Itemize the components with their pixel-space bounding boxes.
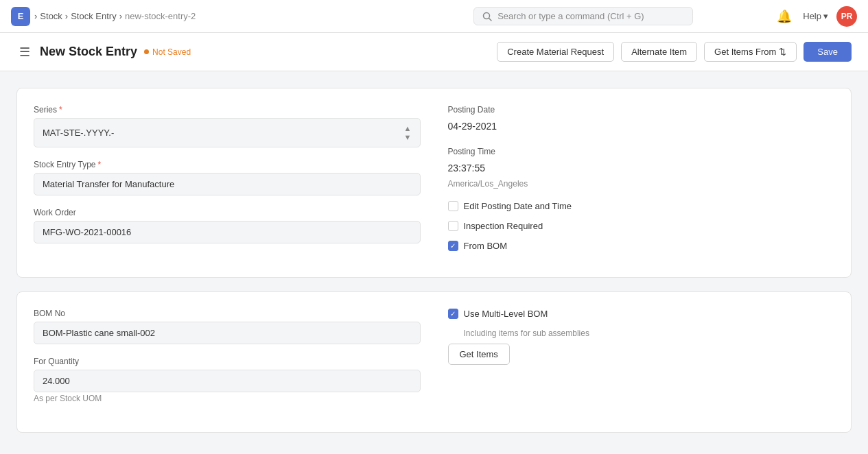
for-quantity-group: For Quantity 24.000 As per Stock UOM [34, 357, 421, 403]
series-required-star: * [59, 105, 62, 115]
breadcrumb-stock[interactable]: Stock [40, 11, 62, 21]
create-material-request-button[interactable]: Create Material Request [497, 42, 614, 62]
inspection-required-label: Inspection Required [464, 221, 543, 231]
form-right-col: Posting Date 04-29-2021 Posting Time 23:… [448, 105, 835, 261]
get-items-from-arrow-icon: ⇅ [779, 47, 786, 57]
work-order-group: Work Order MFG-WO-2021-00016 [34, 208, 421, 243]
inspection-required-checkbox[interactable] [448, 221, 458, 231]
help-label: Help [803, 11, 821, 21]
posting-time-group: Posting Time 23:37:55 America/Los_Angele… [448, 147, 835, 189]
navbar-right: 🔔 Help ▾ PR [774, 6, 857, 27]
navbar: E › Stock › Stock Entry › new-stock-entr… [0, 0, 868, 33]
breadcrumb-sep-1: › [65, 11, 68, 21]
bom-no-label: BOM No [34, 309, 421, 318]
app-icon[interactable]: E [11, 7, 30, 26]
breadcrumb-sep-2: › [119, 11, 122, 21]
get-items-button[interactable]: Get Items [448, 344, 510, 365]
stock-entry-type-label: Stock Entry Type * [34, 160, 421, 169]
bom-no-value: BOM-Plastic cane small-002 [43, 328, 155, 338]
from-bom-label: From BOM [464, 241, 508, 251]
stock-entry-type-required-star: * [98, 160, 102, 169]
get-items-from-label: Get Items From [714, 47, 776, 57]
series-arrows-icon: ▲▼ [404, 124, 412, 141]
search-placeholder: Search or type a command (Ctrl + G) [497, 11, 644, 21]
bom-no-input[interactable]: BOM-Plastic cane small-002 [34, 322, 421, 344]
stock-entry-type-group: Stock Entry Type * Material Transfer for… [34, 160, 421, 195]
for-quantity-hint: As per Stock UOM [34, 394, 421, 403]
breadcrumb-current: new-stock-entry-2 [125, 11, 196, 21]
breadcrumb-stock-entry[interactable]: Stock Entry [71, 11, 116, 21]
stock-entry-card: Series * MAT-STE-.YYYY.- ▲▼ Stock Entry … [16, 88, 852, 278]
form-grid-2: BOM No BOM-Plastic cane small-002 For Qu… [34, 309, 834, 416]
work-order-value: MFG-WO-2021-00016 [43, 227, 131, 237]
help-button[interactable]: Help ▾ [803, 11, 828, 21]
navbar-center: Search or type a command (Ctrl + G) [392, 7, 774, 25]
posting-time-value[interactable]: 23:37:55 [448, 160, 835, 176]
inspection-required-checkbox-group: Inspection Required [448, 221, 835, 231]
bom-no-group: BOM No BOM-Plastic cane small-002 [34, 309, 421, 344]
series-label: Series * [34, 105, 421, 115]
timezone-text: America/Los_Angeles [448, 179, 835, 189]
avatar[interactable]: PR [836, 6, 857, 27]
edit-posting-date-label: Edit Posting Date and Time [464, 201, 572, 211]
form-grid-1: Series * MAT-STE-.YYYY.- ▲▼ Stock Entry … [34, 105, 834, 261]
posting-date-group: Posting Date 04-29-2021 [448, 105, 835, 134]
sub-assemblies-hint: Including items for sub assemblies [464, 328, 835, 338]
from-bom-checkbox[interactable] [448, 241, 458, 251]
series-value: MAT-STE-.YYYY.- [43, 128, 114, 138]
posting-date-label: Posting Date [448, 105, 835, 115]
not-saved-label: Not Saved [152, 47, 191, 57]
work-order-input[interactable]: MFG-WO-2021-00016 [34, 221, 421, 243]
use-multi-level-bom-label: Use Multi-Level BOM [464, 309, 548, 319]
page-header: ☰ New Stock Entry Not Saved Create Mater… [0, 33, 868, 71]
navbar-left: E › Stock › Stock Entry › new-stock-entr… [11, 7, 392, 26]
search-bar[interactable]: Search or type a command (Ctrl + G) [473, 7, 693, 25]
page-header-left: ☰ New Stock Entry Not Saved [16, 42, 497, 62]
help-chevron-icon: ▾ [823, 11, 828, 21]
edit-posting-date-checkbox-group: Edit Posting Date and Time [448, 201, 835, 211]
use-multi-level-bom-checkbox-group: Use Multi-Level BOM [448, 309, 835, 319]
not-saved-badge: Not Saved [144, 47, 191, 57]
form-left-col: Series * MAT-STE-.YYYY.- ▲▼ Stock Entry … [34, 105, 421, 261]
for-quantity-label: For Quantity [34, 357, 421, 366]
get-items-from-button[interactable]: Get Items From ⇅ [704, 42, 797, 62]
menu-icon-button[interactable]: ☰ [16, 42, 33, 62]
posting-date-value[interactable]: 04-29-2021 [448, 118, 835, 134]
use-multi-level-bom-checkbox[interactable] [448, 309, 458, 319]
alternate-item-button[interactable]: Alternate Item [621, 42, 697, 62]
series-input[interactable]: MAT-STE-.YYYY.- ▲▼ [34, 118, 421, 147]
work-order-label: Work Order [34, 208, 421, 217]
page-title: New Stock Entry [40, 45, 137, 59]
search-icon [482, 12, 492, 21]
bom-right-col: Use Multi-Level BOM Including items for … [448, 309, 835, 416]
not-saved-dot [144, 49, 149, 54]
main-content: Series * MAT-STE-.YYYY.- ▲▼ Stock Entry … [0, 71, 868, 454]
for-quantity-value: 24.000 [43, 376, 70, 386]
stock-entry-type-value: Material Transfer for Manufacture [43, 179, 174, 189]
posting-time-label: Posting Time [448, 147, 835, 156]
from-bom-checkbox-group: From BOM [448, 241, 835, 251]
breadcrumb: › Stock › Stock Entry › new-stock-entry-… [34, 11, 196, 21]
edit-posting-date-checkbox[interactable] [448, 201, 458, 211]
for-quantity-input[interactable]: 24.000 [34, 370, 421, 392]
bom-left-col: BOM No BOM-Plastic cane small-002 For Qu… [34, 309, 421, 416]
breadcrumb-sep-0: › [34, 11, 37, 21]
bom-card: BOM No BOM-Plastic cane small-002 For Qu… [16, 291, 852, 433]
svg-line-1 [489, 18, 492, 21]
series-group: Series * MAT-STE-.YYYY.- ▲▼ [34, 105, 421, 147]
page-header-right: Create Material Request Alternate Item G… [497, 42, 852, 62]
stock-entry-type-input[interactable]: Material Transfer for Manufacture [34, 173, 421, 195]
save-button[interactable]: Save [804, 42, 852, 62]
notification-bell-button[interactable]: 🔔 [774, 6, 795, 27]
